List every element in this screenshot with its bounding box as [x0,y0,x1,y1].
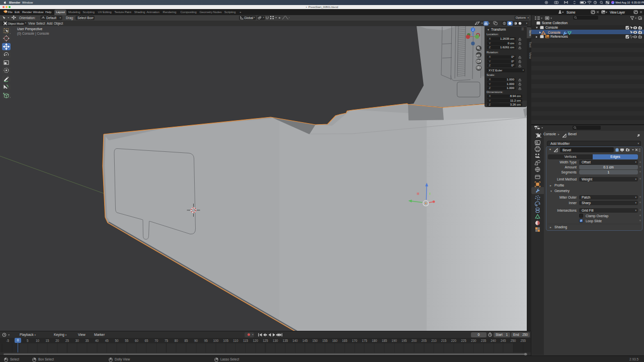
svg-text:Z: Z [472,28,473,31]
svg-text:Scene Collection: Scene Collection [542,21,568,25]
svg-text:References: References [550,35,568,38]
svg-text:User Perspective: User Perspective [17,27,43,31]
svg-text:Console: Console [545,26,558,29]
svg-text:Console: Console [548,30,560,34]
svg-text:(0) Console | Console: (0) Console | Console [17,32,49,36]
